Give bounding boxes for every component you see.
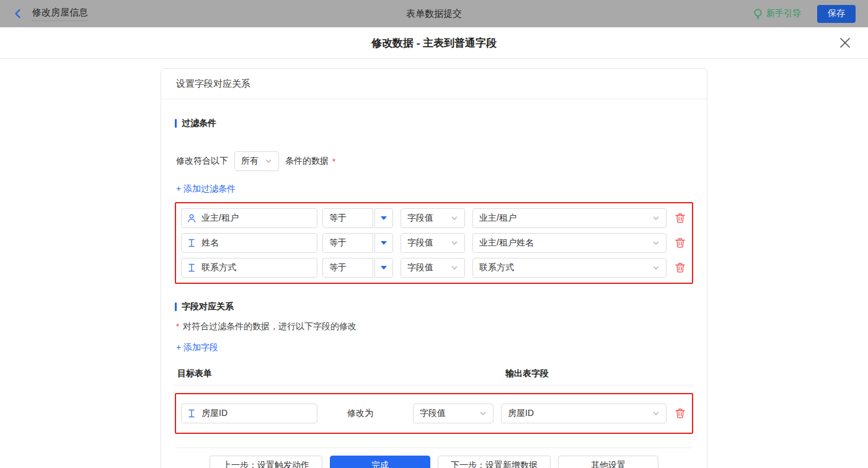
operator-value: 等于	[329, 213, 347, 224]
workflow-name[interactable]: 修改房屋信息	[32, 7, 88, 21]
chevron-down-icon	[652, 264, 660, 272]
required-asterisk: *	[176, 322, 179, 331]
operator-select[interactable]: 等于	[322, 233, 373, 253]
filter-field-input[interactable]	[181, 258, 317, 278]
other-settings-button[interactable]: 其他设置	[558, 456, 658, 468]
output-field-column-header: 输出表字段	[505, 368, 549, 379]
member-field-icon	[187, 213, 197, 223]
required-asterisk: *	[332, 157, 335, 166]
column-header-divider	[175, 385, 693, 386]
filter-value-select[interactable]: 业主/租户	[472, 208, 666, 228]
chevron-down-icon	[479, 410, 487, 417]
modal-body: 设置字段对应关系 过滤条件 修改符合以下 所有 条件的数据 * + 添加过滤条件	[0, 68, 868, 468]
match-prefix: 修改符合以下	[176, 156, 228, 167]
caret-down-icon	[381, 216, 387, 220]
delete-row-icon[interactable]	[675, 408, 686, 419]
lightbulb-icon	[753, 9, 763, 19]
topbar-title: 表单数据提交	[0, 8, 868, 20]
operator-value: 等于	[329, 262, 347, 273]
target-field-input[interactable]	[181, 404, 317, 423]
mapping-column-headers: 目标表单 输出表字段	[175, 368, 693, 379]
output-field-select[interactable]: 房屋ID	[501, 404, 666, 423]
filter-condition-row: 等于 字段值 业主/租户	[181, 208, 687, 228]
value-type-select[interactable]: 字段值	[401, 258, 465, 278]
chevron-down-icon	[265, 157, 272, 165]
match-mode-select[interactable]: 所有	[234, 151, 279, 171]
card-title: 设置字段对应关系	[161, 69, 707, 99]
output-field-value: 房屋ID	[508, 408, 534, 419]
mapping-section-title: 字段对应关系	[175, 301, 693, 312]
chevron-down-icon	[451, 264, 458, 272]
modal-title: 修改数据 - 主表到普通字段	[371, 36, 497, 50]
field-mapping-highlight-box: 修改为 字段值 房屋ID	[175, 393, 693, 434]
filter-field-input[interactable]	[181, 208, 317, 228]
operator-select[interactable]: 等于	[322, 208, 373, 228]
chevron-down-icon	[652, 410, 660, 417]
match-suffix: 条件的数据	[285, 156, 329, 167]
value-type-value: 字段值	[407, 213, 433, 224]
filter-section-label: 过滤条件	[182, 118, 216, 129]
done-button[interactable]: 完成	[330, 456, 430, 468]
section-accent-bar	[175, 302, 177, 311]
caret-down-icon	[381, 266, 387, 270]
next-step-button[interactable]: 下一步：设置新增数据	[438, 456, 551, 468]
chevron-down-icon	[451, 214, 458, 222]
value-type-select[interactable]: 字段值	[401, 208, 465, 228]
filter-condition-row: 等于 字段值 业主/租户姓名	[181, 233, 687, 253]
match-mode-value: 所有	[241, 156, 259, 167]
back-button[interactable]	[12, 8, 24, 19]
section-accent-bar	[175, 119, 177, 128]
value-type-select[interactable]: 字段值	[413, 404, 494, 423]
target-form-column-header: 目标表单	[177, 368, 212, 379]
filter-section-title: 过滤条件	[175, 118, 693, 129]
filter-field-input[interactable]	[181, 233, 317, 253]
operator-select[interactable]: 等于	[322, 258, 373, 278]
value-type-value: 字段值	[420, 408, 446, 419]
modal-header: 修改数据 - 主表到普通字段	[0, 27, 868, 59]
chevron-down-icon	[451, 239, 458, 247]
caret-down-icon	[381, 241, 387, 245]
value-type-value: 字段值	[407, 262, 433, 273]
filter-value: 业主/租户	[479, 213, 516, 224]
mapping-section-label: 字段对应关系	[182, 301, 234, 312]
value-type-select[interactable]: 字段值	[401, 233, 465, 253]
filter-value: 业主/租户姓名	[479, 237, 534, 249]
mapping-note: * 对符合过滤条件的数据，进行以下字段的修改	[176, 321, 693, 332]
add-filter-condition-link[interactable]: + 添加过滤条件	[176, 183, 236, 195]
guide-label: 新手引导	[766, 8, 801, 19]
chevron-down-icon	[652, 239, 660, 247]
text-field-icon	[187, 263, 197, 273]
filter-conditions-highlight-box: 等于 字段值 业主/租户	[175, 202, 693, 284]
filter-value: 联系方式	[479, 262, 514, 273]
text-field-icon	[187, 408, 197, 418]
value-type-value: 字段值	[407, 237, 433, 249]
delete-row-icon[interactable]	[675, 237, 686, 249]
close-icon[interactable]	[838, 36, 852, 50]
filter-value-select[interactable]: 业主/租户姓名	[472, 233, 666, 253]
field-mapping-row: 修改为 字段值 房屋ID	[181, 404, 687, 423]
add-field-link[interactable]: + 添加字段	[176, 342, 218, 353]
operator-caret-button[interactable]	[374, 233, 393, 253]
card-footer: 上一步：设置触发动作 完成 下一步：设置新增数据 其他设置	[161, 448, 707, 468]
field-mapping-card: 设置字段对应关系 过滤条件 修改符合以下 所有 条件的数据 * + 添加过滤条件	[161, 68, 707, 468]
delete-row-icon[interactable]	[675, 213, 686, 224]
mapping-note-text: 对符合过滤条件的数据，进行以下字段的修改	[183, 321, 356, 332]
operator-caret-button[interactable]	[374, 258, 393, 278]
top-toolbar: 修改房屋信息 表单数据提交 新手引导 保存	[0, 0, 868, 27]
save-button[interactable]: 保存	[817, 5, 856, 23]
operator-caret-button[interactable]	[374, 208, 393, 228]
operator-value: 等于	[329, 237, 347, 249]
beginner-guide-button[interactable]: 新手引导	[753, 8, 801, 19]
match-condition-row: 修改符合以下 所有 条件的数据 *	[176, 151, 693, 171]
modify-to-label: 修改为	[347, 408, 374, 419]
back-chevron-icon	[12, 8, 24, 19]
filter-value-select[interactable]: 联系方式	[472, 258, 666, 278]
text-field-icon	[187, 238, 197, 248]
filter-condition-row: 等于 字段值 联系方式	[181, 258, 687, 278]
chevron-down-icon	[652, 214, 660, 222]
prev-step-button[interactable]: 上一步：设置触发动作	[210, 456, 322, 468]
delete-row-icon[interactable]	[675, 262, 686, 273]
